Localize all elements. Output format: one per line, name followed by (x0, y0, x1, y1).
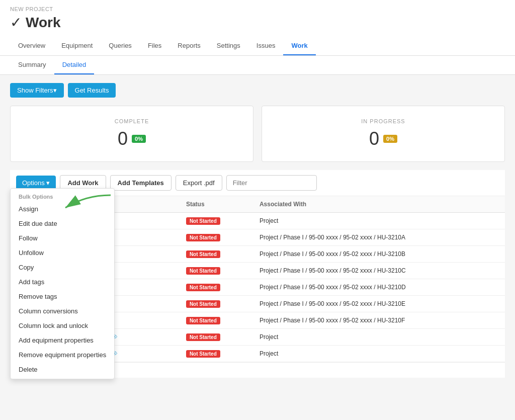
dropdown-item-editduedate[interactable]: Edit due date (11, 216, 114, 231)
complete-value: 0 0% (31, 128, 233, 149)
nav-tab-files[interactable]: Files (140, 37, 169, 55)
row-status: Not Started (180, 229, 253, 246)
in-progress-badge: 0% (383, 135, 397, 143)
status-badge: Not Started (186, 333, 220, 341)
row-associated: Project (253, 213, 505, 229)
row-associated: Project / Phase I / 95-00 xxxx / 95-02 x… (253, 312, 505, 329)
status-badge: Not Started (186, 284, 220, 291)
complete-label: COMPLETE (31, 118, 233, 124)
dropdown-item-delete[interactable]: Delete (11, 362, 114, 377)
row-associated: Project / Phase I / 95-00 xxxx / 95-02 x… (253, 229, 505, 246)
export-button[interactable]: Export .pdf (176, 175, 222, 191)
row-associated: Project / Phase I / 95-00 xxxx / 95-02 x… (253, 263, 505, 279)
table-container: Options ▾ Add Work Add Templates Export … (10, 170, 505, 378)
table-header-associated: Associated With (253, 196, 505, 213)
row-associated: Project / Phase I / 95-00 xxxx / 95-02 x… (253, 246, 505, 263)
status-badge: Not Started (186, 250, 220, 258)
project-title: ✓ Work (10, 14, 505, 31)
nav-tab-work[interactable]: Work (283, 37, 315, 55)
row-associated: Project / Phase I / 95-00 xxxx / 95-02 x… (253, 296, 505, 312)
complete-card: COMPLETE 0 0% (10, 106, 253, 162)
new-project-label: NEW PROJECT (10, 6, 505, 12)
sub-tab-detailed[interactable]: Detailed (54, 56, 95, 74)
dropdown-item-columnlock[interactable]: Column lock and unlock (11, 318, 114, 333)
nav-tab-equipment[interactable]: Equipment (53, 37, 101, 55)
dropdown-item-removetags[interactable]: Remove tags (11, 289, 114, 304)
row-associated: Project / Phase I / 95-00 xxxx / 95-02 x… (253, 279, 505, 296)
table-header-status: Status (180, 196, 253, 213)
header-section: NEW PROJECT ✓ Work Overview Equipment Qu… (0, 0, 515, 56)
toolbar-row: Options ▾ Add Work Add Templates Export … (10, 170, 505, 196)
dropdown-item-removeequip[interactable]: Remove equipment properties (11, 348, 114, 362)
stats-row: COMPLETE 0 0% IN PROGRESS 0 0% (10, 106, 505, 162)
nav-tab-reports[interactable]: Reports (169, 37, 209, 55)
status-badge: Not Started (186, 217, 220, 225)
row-status: Not Started (180, 296, 253, 312)
sub-tab-summary[interactable]: Summary (10, 56, 54, 74)
sub-nav: Summary Detailed (0, 56, 515, 75)
row-status: Not Started (180, 346, 253, 362)
in-progress-label: IN PROGRESS (282, 118, 484, 124)
in-progress-value: 0 0% (282, 128, 484, 149)
dropdown-item-copy[interactable]: Copy (11, 260, 114, 275)
arrow-indicator (55, 193, 116, 214)
main-nav: Overview Equipment Queries Files Reports… (10, 37, 505, 55)
dropdown-item-addequip[interactable]: Add equipment properties (11, 333, 114, 348)
nav-tab-issues[interactable]: Issues (248, 37, 284, 55)
row-associated: Project (253, 346, 505, 362)
get-results-button[interactable]: Get Results (68, 83, 116, 98)
filter-input[interactable] (226, 175, 317, 191)
row-status: Not Started (180, 279, 253, 296)
show-filters-button[interactable]: Show Filters▾ (10, 83, 64, 98)
content-area: Show Filters▾ Get Results COMPLETE 0 0% … (0, 75, 515, 386)
status-badge: Not Started (186, 300, 220, 308)
nav-tab-overview[interactable]: Overview (10, 37, 53, 55)
dropdown-item-columnconversions[interactable]: Column conversions (11, 304, 114, 318)
row-status: Not Started (180, 329, 253, 346)
status-badge: Not Started (186, 350, 220, 358)
options-dropdown: Bulk Options Assign Edit due date Follow… (10, 188, 115, 379)
dropdown-item-follow[interactable]: Follow (11, 231, 114, 245)
checkmark-icon: ✓ (10, 14, 22, 31)
in-progress-card: IN PROGRESS 0 0% (262, 106, 505, 162)
project-name: Work (26, 15, 61, 31)
status-badge: Not Started (186, 234, 220, 241)
filter-bar: Show Filters▾ Get Results (10, 83, 505, 98)
row-status: Not Started (180, 213, 253, 229)
nav-tab-settings[interactable]: Settings (209, 37, 248, 55)
row-associated: Project (253, 329, 505, 346)
nav-tab-queries[interactable]: Queries (101, 37, 140, 55)
status-badge: Not Started (186, 267, 220, 275)
complete-badge: 0% (132, 135, 146, 143)
row-status: Not Started (180, 246, 253, 263)
status-badge: Not Started (186, 317, 220, 324)
add-templates-button[interactable]: Add Templates (110, 175, 171, 191)
row-status: Not Started (180, 312, 253, 329)
dropdown-item-unfollow[interactable]: Unfollow (11, 245, 114, 260)
row-status: Not Started (180, 263, 253, 279)
dropdown-item-addtags[interactable]: Add tags (11, 275, 114, 289)
